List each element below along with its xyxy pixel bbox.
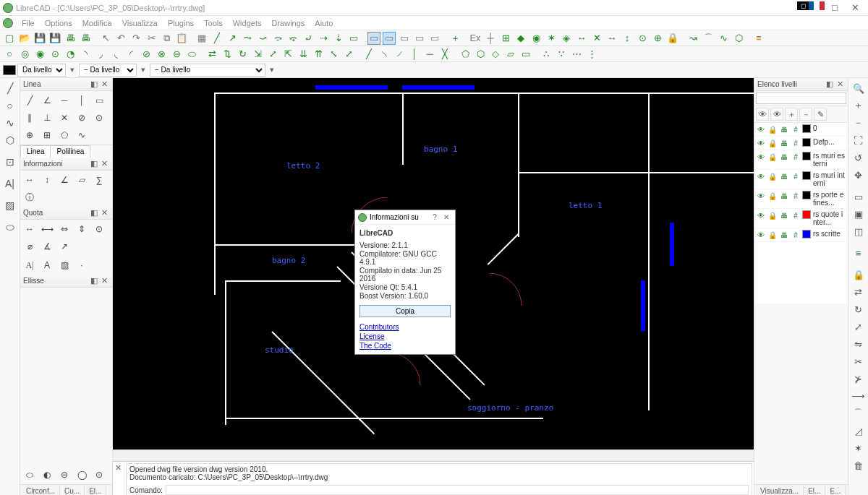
spline-icon[interactable]: ∿ xyxy=(717,32,730,45)
menu-modifica[interactable]: Modifica xyxy=(78,17,116,29)
zoom-win4-icon[interactable]: ▭ xyxy=(413,32,426,45)
dialog-help-button[interactable]: ? xyxy=(429,213,441,221)
vpoly-icon[interactable]: ⬡ xyxy=(2,132,18,148)
rv-zoomall-icon[interactable]: ⛶ xyxy=(851,132,867,148)
print-preview-icon[interactable]: 🖶 xyxy=(79,32,92,45)
rv-rotate-icon[interactable]: ↻ xyxy=(851,301,867,317)
color-swatch[interactable] xyxy=(3,65,16,75)
lock-icon[interactable]: 🔒 xyxy=(767,124,778,134)
more-1-icon[interactable]: ∴ xyxy=(540,48,553,61)
new-icon[interactable]: ▢ xyxy=(3,32,16,45)
maximize-button[interactable]: □ xyxy=(825,1,845,14)
restr-v-icon[interactable]: ↕ xyxy=(621,32,634,45)
layer-hideall-icon[interactable]: 👁 xyxy=(770,108,783,121)
vhatch-icon[interactable]: ▨ xyxy=(2,197,18,213)
dialog-titlebar[interactable]: Informazioni su ? ✕ xyxy=(355,210,455,225)
rv-zoomout-icon[interactable]: － xyxy=(851,115,867,131)
vcurve-icon[interactable]: ∿ xyxy=(2,115,18,131)
dropdown-icon[interactable]: ▾ xyxy=(138,65,148,74)
lock-icon[interactable]: 🔒 xyxy=(767,191,778,201)
dim-align-icon[interactable]: ↔ xyxy=(22,221,38,237)
line-par-icon[interactable]: ∥ xyxy=(22,110,38,126)
circle-1-icon[interactable]: ○ xyxy=(3,48,16,61)
close-button[interactable]: ✕ xyxy=(845,1,865,14)
eye-icon[interactable]: 👁 xyxy=(756,210,766,220)
construct-icon[interactable]: # xyxy=(791,191,801,201)
tool-b-icon[interactable]: ⤳ xyxy=(241,32,254,45)
open-icon[interactable]: 📂 xyxy=(18,32,31,45)
arc-4-icon[interactable]: ◜ xyxy=(124,48,137,61)
snap-end-icon[interactable]: ◆ xyxy=(514,32,527,45)
dim-ang-icon[interactable]: ∡ xyxy=(39,238,55,254)
rv-delete-icon[interactable]: 🗑 xyxy=(851,457,867,473)
poly-3-icon[interactable]: ◇ xyxy=(489,48,502,61)
info-area-icon[interactable]: ▱ xyxy=(74,172,90,188)
tab-linea[interactable]: Linea xyxy=(20,145,51,158)
tan-2-icon[interactable]: ⊗ xyxy=(155,48,168,61)
line-tan2-icon[interactable]: ⊙ xyxy=(91,110,107,126)
info-dist2-icon[interactable]: ↕ xyxy=(39,172,55,188)
el-cen-icon[interactable]: ⊙ xyxy=(91,467,107,483)
dialog-close-button[interactable]: ✕ xyxy=(441,213,452,221)
eye-icon[interactable]: 👁 xyxy=(756,152,766,162)
tab-polilinea[interactable]: Polilinea xyxy=(50,145,90,158)
rv-fillet-icon[interactable]: ⌒ xyxy=(851,405,867,421)
snap-dist-icon[interactable]: ↔ xyxy=(575,32,588,45)
el-foc-icon[interactable]: ⊖ xyxy=(56,467,72,483)
dialog-link-contributors[interactable]: Contributors xyxy=(359,323,451,331)
more-3-icon[interactable]: ⋯ xyxy=(570,48,583,61)
layer-row[interactable]: 👁🔒🖶#rs scritte xyxy=(754,228,848,242)
line-f-icon[interactable]: ╳ xyxy=(438,48,451,61)
info-total-icon[interactable]: ∑ xyxy=(91,172,107,188)
panel-info-header[interactable]: Informazioni◧✕ xyxy=(20,158,112,171)
layer-edit-icon[interactable]: ✎ xyxy=(814,108,827,121)
print-icon[interactable]: 🖶 xyxy=(779,138,789,148)
copy-icon[interactable]: ⧉ xyxy=(160,32,173,45)
dim-lead-icon[interactable]: ↗ xyxy=(56,238,72,254)
menu-file[interactable]: File xyxy=(17,17,39,29)
circle-4-icon[interactable]: ⊙ xyxy=(48,48,61,61)
layer-row[interactable]: 👁🔒🖶#Defp... xyxy=(754,137,848,150)
line-hor-icon[interactable]: ─ xyxy=(56,92,72,108)
lock-icon[interactable]: 🔒 xyxy=(767,138,778,148)
layer-add-icon[interactable]: ＋ xyxy=(785,108,798,121)
ex-icon[interactable]: Ex xyxy=(469,32,482,45)
vcircle-icon[interactable]: ○ xyxy=(2,98,18,113)
tan-1-icon[interactable]: ⊘ xyxy=(140,48,153,61)
dropdown-icon[interactable]: ▾ xyxy=(267,65,277,74)
print-icon[interactable]: 🖶 xyxy=(779,230,789,240)
vtext-a-icon[interactable]: A| xyxy=(2,176,18,191)
construct-icon[interactable]: # xyxy=(791,124,801,134)
lock-zero-icon[interactable]: 🔒 xyxy=(666,32,679,45)
rv-explode-icon[interactable]: ✶ xyxy=(851,440,867,456)
circle-3-icon[interactable]: ◉ xyxy=(33,48,46,61)
tab-visualizza[interactable]: Visualizza... xyxy=(756,486,804,495)
tan-3-icon[interactable]: ⊖ xyxy=(170,48,183,61)
panel-linea-header[interactable]: Linea◧✕ xyxy=(20,78,112,91)
circle-2-icon[interactable]: ◎ xyxy=(18,48,31,61)
vmeas-icon[interactable]: ⊡ xyxy=(2,154,18,170)
print-icon[interactable]: 🖶 xyxy=(64,32,77,45)
ellipse-1-icon[interactable]: ⬭ xyxy=(185,48,198,61)
print-icon[interactable]: 🖶 xyxy=(779,191,789,201)
child-window-controls[interactable]: ◻ xyxy=(797,1,809,10)
redo-icon[interactable]: ↷ xyxy=(129,32,142,45)
line-c-icon[interactable]: ⟋ xyxy=(393,48,406,61)
line-poly-icon[interactable]: ⬠ xyxy=(56,127,72,143)
mod-6-icon[interactable]: ⇱ xyxy=(281,48,294,61)
circle-5-icon[interactable]: ◔ xyxy=(64,48,77,61)
rv-zoomin-icon[interactable]: ＋ xyxy=(851,98,867,113)
command-close-icon[interactable]: ✕ xyxy=(113,462,124,495)
linetype-select[interactable]: − Da livello xyxy=(150,64,265,77)
eye-icon[interactable]: 👁 xyxy=(756,124,766,134)
mod-5-icon[interactable]: ⤢ xyxy=(266,48,279,61)
line-orth-icon[interactable]: ⊕ xyxy=(22,127,38,143)
tool-g-icon[interactable]: ⇢ xyxy=(317,32,330,45)
rv-sel3-icon[interactable]: ◫ xyxy=(851,223,867,239)
dim-dia-icon[interactable]: ⌀ xyxy=(22,238,38,254)
tool-a-icon[interactable]: ↗ xyxy=(226,32,239,45)
add-icon[interactable]: ＋ xyxy=(448,32,461,45)
rv-move-icon[interactable]: ⇄ xyxy=(851,284,867,300)
mod-9-icon[interactable]: ⤡ xyxy=(327,48,340,61)
menu-plugins[interactable]: Plugins xyxy=(163,17,198,29)
